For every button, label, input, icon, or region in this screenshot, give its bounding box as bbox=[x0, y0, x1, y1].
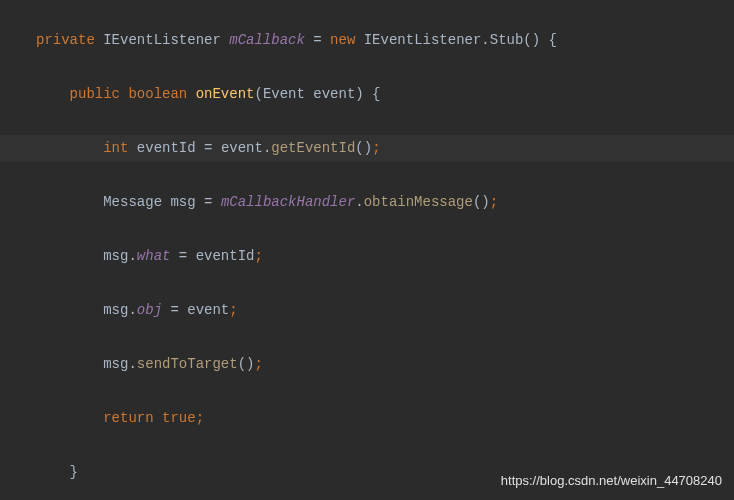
keyword-public: public bbox=[70, 86, 120, 102]
value: event bbox=[187, 302, 229, 318]
keyword-true: true bbox=[162, 410, 196, 426]
object-ref: msg. bbox=[103, 356, 137, 372]
keyword-int: int bbox=[103, 140, 128, 156]
variable: msg bbox=[170, 194, 195, 210]
code-line: private IEventListener mCallback = new I… bbox=[0, 27, 734, 54]
param-name: event bbox=[313, 86, 355, 102]
type: IEventListener bbox=[103, 32, 221, 48]
method-onEvent: onEvent bbox=[196, 86, 255, 102]
keyword-private: private bbox=[36, 32, 95, 48]
field-ref: mCallbackHandler bbox=[221, 194, 355, 210]
code-line: msg.what = eventId; bbox=[0, 243, 734, 270]
method-call: sendToTarget bbox=[137, 356, 238, 372]
code-line: return true; bbox=[0, 405, 734, 432]
value: eventId bbox=[196, 248, 255, 264]
field-what: what bbox=[137, 248, 171, 264]
keyword-return: return bbox=[103, 410, 153, 426]
code-line: msg.sendToTarget(); bbox=[0, 351, 734, 378]
type: IEventListener.Stub bbox=[364, 32, 524, 48]
code-line: Message msg = mCallbackHandler.obtainMes… bbox=[0, 189, 734, 216]
watermark-text: https://blog.csdn.net/weixin_44708240 bbox=[501, 467, 722, 494]
code-line: msg.obj = event; bbox=[0, 297, 734, 324]
method-call: obtainMessage bbox=[364, 194, 473, 210]
code-editor[interactable]: private IEventListener mCallback = new I… bbox=[0, 0, 734, 500]
brace-close: } bbox=[70, 464, 78, 480]
param-type: Event bbox=[263, 86, 305, 102]
object-ref: msg. bbox=[103, 248, 137, 264]
field-mCallback: mCallback bbox=[229, 32, 305, 48]
variable: eventId bbox=[137, 140, 196, 156]
code-line: public boolean onEvent(Event event) { bbox=[0, 81, 734, 108]
method-call: getEventId bbox=[271, 140, 355, 156]
object-ref: event. bbox=[221, 140, 271, 156]
keyword-new: new bbox=[330, 32, 355, 48]
type: Message bbox=[103, 194, 162, 210]
object-ref: msg. bbox=[103, 302, 137, 318]
keyword-boolean: boolean bbox=[128, 86, 187, 102]
field-obj: obj bbox=[137, 302, 162, 318]
code-line-highlight: int eventId = event.getEventId(); bbox=[0, 135, 734, 162]
